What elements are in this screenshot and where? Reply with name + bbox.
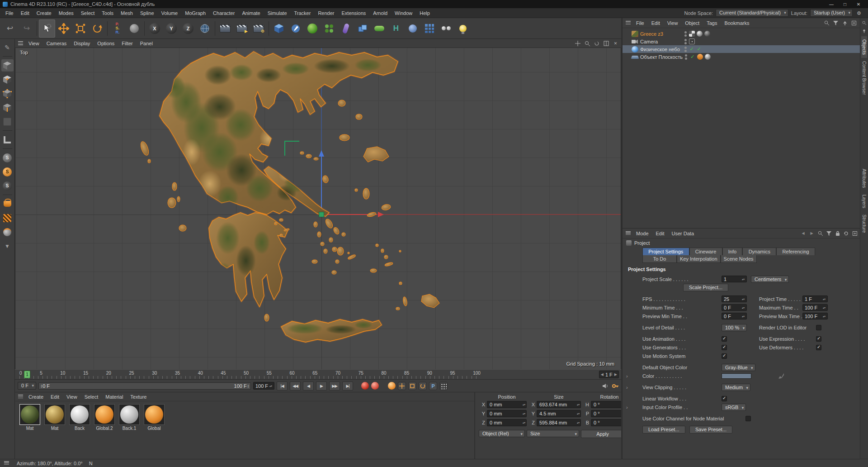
- size-mode-dropdown[interactable]: Size: [527, 430, 579, 437]
- edges-mode-button[interactable]: [1, 101, 14, 114]
- close-button[interactable]: ✕: [852, 0, 865, 8]
- material-item[interactable]: Mat: [43, 404, 66, 431]
- polygons-mode-button[interactable]: [1, 115, 14, 128]
- linear-workflow-checkbox[interactable]: [722, 396, 727, 401]
- material-tag-icon[interactable]: [705, 54, 711, 60]
- visibility-dots-icon[interactable]: [684, 54, 688, 60]
- viewport-zoom-icon[interactable]: [583, 40, 591, 47]
- menu-extensions[interactable]: Extensions: [338, 8, 369, 18]
- menu-create[interactable]: Create: [33, 8, 55, 18]
- goto-start-button[interactable]: |◀: [277, 381, 288, 391]
- tab-scene-nodes[interactable]: Scene Nodes: [721, 255, 757, 263]
- view-clipping-dropdown[interactable]: Medium: [722, 384, 750, 391]
- fps-field[interactable]: 25▴▾: [722, 295, 747, 302]
- enabled-check-icon[interactable]: ✓: [696, 46, 702, 52]
- tab-info[interactable]: Info: [722, 248, 743, 255]
- pla-keys-toggle[interactable]: [439, 382, 448, 390]
- position-z-field[interactable]: 0 mm▴▾: [487, 419, 527, 426]
- viewport-menu-filter[interactable]: Filter: [118, 39, 136, 48]
- material-item[interactable]: Back.1: [118, 404, 141, 431]
- om-add-icon[interactable]: [850, 19, 857, 26]
- coordinate-system-button[interactable]: [197, 19, 213, 38]
- viewport-pan-icon[interactable]: [574, 40, 581, 47]
- timeline-ruler[interactable]: 0510152025303540455055606570758085909510…: [15, 369, 621, 379]
- material-menu-texture[interactable]: Texture: [127, 392, 150, 401]
- dock-tab-structure[interactable]: Structure: [861, 211, 867, 236]
- object-row-plane[interactable]: Объект Плоскость ✓: [623, 53, 860, 61]
- minimize-button[interactable]: —: [825, 0, 838, 8]
- tab-cineware[interactable]: Cineware: [689, 248, 722, 255]
- attr-menu-mode[interactable]: Mode: [633, 229, 652, 238]
- menu-mograph[interactable]: MoGraph: [181, 8, 209, 18]
- history-forward-icon[interactable]: ▶: [808, 230, 815, 237]
- menu-window[interactable]: Window: [391, 8, 416, 18]
- material-thumbnail[interactable]: [119, 404, 140, 425]
- attr-menu-userdata[interactable]: User Data: [669, 229, 698, 238]
- scale-tool[interactable]: [72, 19, 89, 38]
- make-editable-button[interactable]: ✎: [1, 41, 14, 53]
- position-keys-toggle[interactable]: [398, 382, 406, 390]
- array-generator-menu[interactable]: [321, 19, 337, 38]
- parameter-keys-toggle[interactable]: P: [429, 382, 437, 390]
- attribute-panel-menu-icon[interactable]: [626, 231, 631, 235]
- material-item[interactable]: Back: [68, 404, 91, 431]
- key-options-button[interactable]: [612, 382, 618, 389]
- menu-spline[interactable]: Spline: [137, 8, 158, 18]
- dock-tab-objects[interactable]: Objects: [861, 36, 867, 58]
- material-item[interactable]: Mat: [19, 404, 41, 431]
- visibility-dots-icon[interactable]: [684, 31, 687, 37]
- position-x-field[interactable]: 0 mm▴▾: [487, 401, 527, 408]
- hair-menu[interactable]: H: [388, 19, 404, 38]
- field-menu[interactable]: [371, 19, 387, 38]
- apply-button[interactable]: Apply: [581, 430, 624, 438]
- load-preset-button[interactable]: Load Preset...: [642, 426, 685, 434]
- play-button[interactable]: ▶: [316, 381, 327, 391]
- last-used-tool[interactable]: [126, 19, 142, 38]
- object-panel-menu-icon[interactable]: [626, 21, 631, 25]
- dock-tab-attributes[interactable]: Attributes: [861, 166, 867, 191]
- viewport-menu-options[interactable]: Options: [94, 39, 118, 48]
- island-rhodes[interactable]: [421, 294, 439, 308]
- dock-tab-layers[interactable]: Layers: [861, 191, 867, 211]
- material-item[interactable]: Global.2: [93, 404, 116, 431]
- x-axis-arrow[interactable]: [378, 212, 384, 217]
- keyframe-selection-button[interactable]: [388, 382, 396, 390]
- visibility-dots-icon[interactable]: [684, 47, 687, 52]
- project-time-field[interactable]: 1 F▴▾: [802, 295, 828, 302]
- view-clipping-expand-icon[interactable]: ›: [626, 385, 628, 390]
- size-z-field[interactable]: 595.884 mm▴▾: [537, 419, 581, 426]
- material-item[interactable]: Global: [143, 404, 165, 431]
- points-mode-button[interactable]: [1, 87, 14, 100]
- plane-corner-handle[interactable]: [285, 141, 299, 156]
- om-menu-bookmarks[interactable]: Bookmarks: [721, 18, 752, 28]
- compositing-tag-icon[interactable]: [697, 54, 703, 60]
- use-deformers-checkbox[interactable]: [816, 345, 821, 350]
- viewport-panel-menu-icon[interactable]: [18, 41, 23, 45]
- eyedropper-icon[interactable]: [778, 373, 784, 379]
- timeline-playhead[interactable]: 1: [24, 371, 30, 378]
- psr-coordinates-button[interactable]: P.S.R.: [109, 19, 126, 38]
- origin-handle[interactable]: [319, 212, 324, 217]
- maximum-time-field[interactable]: 100 F▴▾: [802, 304, 828, 311]
- tab-key-interpolation[interactable]: Key Interpolation: [677, 255, 721, 263]
- object-row-greece[interactable]: Greece z3: [623, 30, 860, 38]
- visibility-dots-icon[interactable]: [684, 39, 687, 44]
- position-y-field[interactable]: 0 mm▴▾: [487, 410, 527, 417]
- menu-arnold[interactable]: Arnold: [369, 8, 391, 18]
- enabled-check-icon[interactable]: ✓: [689, 46, 694, 52]
- material-menu-create[interactable]: Create: [25, 392, 47, 401]
- use-color-channel-checkbox[interactable]: [745, 416, 751, 421]
- menu-volume[interactable]: Volume: [158, 8, 182, 18]
- range-right-handle[interactable]: ‖: [247, 384, 249, 389]
- viewport-close-icon[interactable]: ✕: [612, 40, 619, 47]
- render-view-button[interactable]: [217, 19, 233, 38]
- node-space-dropdown[interactable]: Current (Standard/Physical): [716, 9, 788, 17]
- sound-toggle[interactable]: [602, 382, 609, 389]
- dock-pin-icon[interactable]: [861, 28, 867, 34]
- attr-menu-edit[interactable]: Edit: [653, 229, 668, 238]
- range-start-dropdown[interactable]: 0 F: [18, 382, 36, 390]
- menu-simulate[interactable]: Simulate: [264, 8, 291, 18]
- drop-to-floor-button[interactable]: ▼: [1, 240, 14, 252]
- menu-render[interactable]: Render: [314, 8, 338, 18]
- material-panel-menu-icon[interactable]: [18, 395, 23, 399]
